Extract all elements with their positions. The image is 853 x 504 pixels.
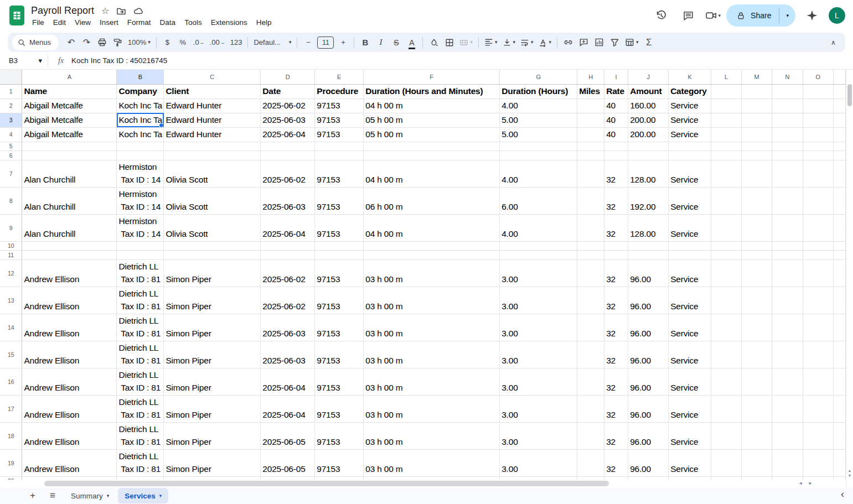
cell-L19[interactable] (711, 449, 742, 476)
cell-J3[interactable]: 200.00 (628, 113, 669, 127)
cell-I15[interactable]: 32 (604, 341, 628, 368)
cell-E4[interactable]: 97153 (315, 127, 364, 142)
cell-A12[interactable]: Andrew Ellison (22, 259, 117, 287)
cell-H19[interactable] (577, 449, 604, 476)
doc-title[interactable]: Payroll Report (31, 5, 94, 17)
cell-D18[interactable]: 2025-06-05 (261, 422, 315, 449)
cell-J7[interactable]: 128.00 (628, 160, 669, 187)
cell-extra2[interactable] (833, 98, 845, 113)
cell-C17[interactable]: Simon Piper (164, 395, 261, 422)
comments-button[interactable] (678, 4, 700, 27)
cell-L9[interactable] (711, 214, 742, 241)
cell-extra13[interactable] (833, 287, 845, 314)
cell-F3[interactable]: 05 h 00 m (364, 113, 500, 127)
strikethrough-button[interactable]: S (389, 35, 404, 50)
cell-O1[interactable] (803, 84, 833, 98)
cell-F9[interactable]: 04 h 00 m (364, 214, 500, 241)
cell-C3[interactable]: Edward Hunter (164, 113, 261, 127)
cell-M17[interactable] (742, 395, 772, 422)
cell-B1[interactable]: Company (117, 84, 164, 98)
chevron-left-icon[interactable]: ‹ (841, 489, 844, 500)
cell-E1[interactable]: Procedure (315, 84, 364, 98)
horizontal-align-button[interactable]: ▾ (482, 35, 500, 50)
cell-I1[interactable]: Rate (604, 84, 628, 98)
cell-K3[interactable]: Service (669, 113, 711, 127)
add-sheet-button[interactable]: + (24, 489, 41, 503)
cell-D9[interactable]: 2025-06-04 (261, 214, 315, 241)
cell-extra9[interactable] (833, 214, 845, 241)
cloud-status-icon[interactable] (133, 6, 144, 16)
cell-H8[interactable] (577, 187, 604, 214)
cell-H12[interactable] (577, 259, 604, 287)
cell-N18[interactable] (772, 422, 803, 449)
horizontal-scrollbar[interactable]: ◄► (0, 480, 846, 487)
col-header-H[interactable]: H (577, 70, 604, 84)
cell-O12[interactable] (803, 259, 833, 287)
cell-E8[interactable]: 97153 (315, 187, 364, 214)
cell-F10[interactable] (364, 241, 500, 250)
row-header-4[interactable]: 4 (0, 127, 22, 142)
scroll-left-icon[interactable]: ◄ (798, 481, 803, 486)
cell-H7[interactable] (577, 160, 604, 187)
col-header-J[interactable]: J (628, 70, 669, 84)
cell-K15[interactable]: Service (669, 341, 711, 368)
cell-G10[interactable] (500, 241, 577, 250)
row-header-19[interactable]: 19 (0, 449, 22, 476)
insert-link-button[interactable] (561, 35, 576, 50)
cell-O8[interactable] (803, 187, 833, 214)
vertical-align-button[interactable]: ▾ (500, 35, 518, 50)
scroll-up-icon[interactable]: ▲ (848, 469, 852, 472)
cell-C19[interactable]: Simon Piper (164, 449, 261, 476)
cell-J19[interactable]: 96.00 (628, 449, 669, 476)
row-header-8[interactable]: 8 (0, 187, 22, 214)
cell-F11[interactable] (364, 250, 500, 259)
row-header-9[interactable]: 9 (0, 214, 22, 241)
cell-H2[interactable] (577, 98, 604, 113)
cell-L13[interactable] (711, 287, 742, 314)
vertical-scroll-arrows[interactable]: ▲▼ (846, 469, 853, 477)
row-header-14[interactable]: 14 (0, 314, 22, 341)
cell-C10[interactable] (164, 241, 261, 250)
cell-J1[interactable]: Amount (628, 84, 669, 98)
cell-O5[interactable] (803, 142, 833, 150)
bold-button[interactable]: B (358, 35, 373, 50)
cell-N6[interactable] (772, 150, 803, 160)
cell-C18[interactable]: Simon Piper (164, 422, 261, 449)
cell-K1[interactable]: Category (669, 84, 711, 98)
cell-M5[interactable] (742, 142, 772, 150)
cell-E13[interactable]: 97153 (315, 287, 364, 314)
cell-D15[interactable]: 2025-06-03 (261, 341, 315, 368)
cell-E15[interactable]: 97153 (315, 341, 364, 368)
cell-D4[interactable]: 2025-06-04 (261, 127, 315, 142)
cell-B3[interactable]: Koch Inc Ta (117, 113, 164, 127)
cell-F4[interactable]: 05 h 00 m (364, 127, 500, 142)
cell-M10[interactable] (742, 241, 772, 250)
cell-D16[interactable]: 2025-06-04 (261, 368, 315, 395)
cell-I3[interactable]: 40 (604, 113, 628, 127)
cell-A8[interactable]: Alan Churchill (22, 187, 117, 214)
cell-J18[interactable]: 96.00 (628, 422, 669, 449)
cell-H14[interactable] (577, 314, 604, 341)
cell-L15[interactable] (711, 341, 742, 368)
cell-J4[interactable]: 200.00 (628, 127, 669, 142)
cell-G16[interactable]: 3.00 (500, 368, 577, 395)
text-color-button[interactable]: A (404, 35, 419, 50)
vertical-scrollbar[interactable]: ▲▼ (846, 70, 853, 487)
col-header-B[interactable]: B (117, 70, 164, 84)
more-formats-button[interactable]: 123 (228, 35, 245, 50)
cell-N10[interactable] (772, 241, 803, 250)
cell-I13[interactable]: 32 (604, 287, 628, 314)
move-folder-icon[interactable] (116, 6, 126, 16)
cell-C12[interactable]: Simon Piper (164, 259, 261, 287)
cell-N9[interactable] (772, 214, 803, 241)
cell-F8[interactable]: 06 h 00 m (364, 187, 500, 214)
row-header-12[interactable]: 12 (0, 259, 22, 287)
cell-extra4[interactable] (833, 127, 845, 142)
cell-J11[interactable] (628, 250, 669, 259)
cell-B6[interactable] (117, 150, 164, 160)
cell-A16[interactable]: Andrew Ellison (22, 368, 117, 395)
cell-F6[interactable] (364, 150, 500, 160)
cell-B11[interactable] (117, 250, 164, 259)
cell-B2[interactable]: Koch Inc Ta (117, 98, 164, 113)
col-header-D[interactable]: D (261, 70, 315, 84)
